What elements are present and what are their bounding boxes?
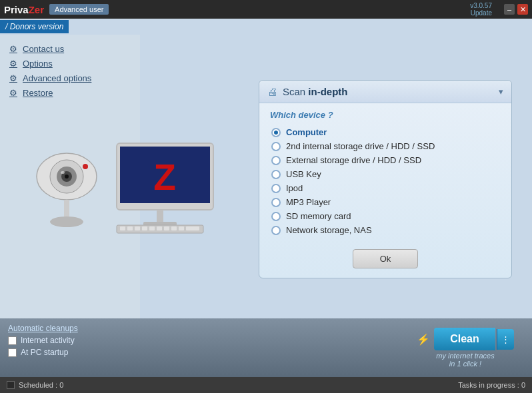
status-scheduled-label: Scheduled : 0 xyxy=(19,381,63,389)
donors-bar: / Donors version xyxy=(0,20,69,33)
sidebar-item-advanced-options[interactable]: ⚙ Advanced options xyxy=(5,71,140,85)
bottom-panel: Automatic cleanups Internet activity At … xyxy=(0,318,532,377)
svg-text:Z: Z xyxy=(153,157,176,198)
device-radio-mp3[interactable] xyxy=(271,198,281,207)
device-label-nas: Network storage, NAS xyxy=(286,225,372,235)
chevron-down-icon[interactable]: ▾ xyxy=(499,87,503,97)
device-external[interactable]: External storage drive / HDD / SSD xyxy=(270,153,501,167)
svg-rect-21 xyxy=(164,226,169,230)
svg-point-8 xyxy=(83,164,88,169)
svg-point-4 xyxy=(65,175,69,179)
device-label-usb: USB Key xyxy=(286,169,321,179)
svg-point-5 xyxy=(61,171,65,174)
sidebar-item-options[interactable]: ⚙ Options xyxy=(5,56,140,71)
checkbox-internet-box[interactable] xyxy=(8,336,17,345)
device-radio-external[interactable] xyxy=(271,156,281,165)
sidebar-label-options: Options xyxy=(23,59,53,69)
status-left: Scheduled : 0 xyxy=(7,381,63,389)
clean-more-button[interactable]: ⋮ xyxy=(497,329,514,350)
clean-button-row: ⚡ Clean ⋮ xyxy=(417,328,514,350)
svg-rect-24 xyxy=(186,226,199,230)
device-2nd-hdd[interactable]: 2nd internal storage drive / HDD / SSD xyxy=(270,139,501,153)
minimize-button[interactable]: – xyxy=(504,4,515,15)
checkbox-internet[interactable]: Internet activity xyxy=(8,336,391,345)
checkbox-internet-label: Internet activity xyxy=(21,336,75,345)
svg-rect-22 xyxy=(171,226,177,230)
device-label-sd: SD memory card xyxy=(286,211,351,221)
status-tasks-label: Tasks in progress : 0 xyxy=(458,381,525,389)
device-nas[interactable]: Network storage, NAS xyxy=(270,223,501,237)
status-bar: Scheduled : 0 Tasks in progress : 0 xyxy=(0,377,532,393)
title-bar: PrivaZer Advanced user v3.0.57 Update – … xyxy=(0,0,532,19)
svg-rect-12 xyxy=(157,210,163,223)
restore-icon: ⚙ xyxy=(8,87,19,98)
app-logo: PrivaZer xyxy=(4,4,44,15)
device-mp3[interactable]: MP3 Player xyxy=(270,195,501,209)
device-radio-usb[interactable] xyxy=(271,170,281,179)
device-radio-nas[interactable] xyxy=(271,226,281,235)
device-radio-2nd-hdd[interactable] xyxy=(271,142,281,151)
user-badge: Advanced user xyxy=(49,4,109,15)
device-label-external: External storage drive / HDD / SSD xyxy=(286,155,421,165)
sidebar-label-advanced: Advanced options xyxy=(23,73,91,83)
svg-rect-18 xyxy=(142,226,147,230)
advanced-options-icon: ⚙ xyxy=(8,73,19,83)
svg-point-7 xyxy=(50,216,83,227)
device-label-mp3: MP3 Player xyxy=(286,197,331,207)
svg-rect-16 xyxy=(127,226,133,230)
which-device-label: Which device ? xyxy=(270,110,501,120)
bottom-right: ⚡ Clean ⋮ my internet traces in 1 click … xyxy=(399,318,532,377)
device-label-ipod: Ipod xyxy=(286,183,303,193)
printer-icon: 🖨 xyxy=(267,86,277,97)
svg-rect-23 xyxy=(179,226,184,230)
sidebar-label-contact: Contact us xyxy=(23,44,64,54)
options-icon: ⚙ xyxy=(8,58,19,69)
svg-rect-17 xyxy=(135,226,140,230)
clean-sub-line2: in 1 click ! xyxy=(436,360,494,368)
device-illustration: Z xyxy=(7,103,220,236)
checkbox-startup[interactable]: At PC startup xyxy=(8,348,391,357)
device-label-2nd-hdd: 2nd internal storage drive / HDD / SSD xyxy=(286,141,435,151)
device-radio-ipod[interactable] xyxy=(271,184,281,193)
device-sd[interactable]: SD memory card xyxy=(270,209,501,223)
sidebar-label-restore: Restore xyxy=(23,88,53,98)
scan-panel: 🖨 Scan in-depth ▾ Which device ? Compute… xyxy=(259,73,519,278)
checkbox-startup-label: At PC startup xyxy=(21,348,68,357)
scan-header[interactable]: 🖨 Scan in-depth ▾ xyxy=(259,81,511,103)
scan-title: 🖨 Scan in-depth xyxy=(267,86,348,97)
ok-button[interactable]: Ok xyxy=(353,249,419,268)
device-radio-sd[interactable] xyxy=(271,212,281,221)
svg-rect-19 xyxy=(149,226,155,230)
device-list: Which device ? Computer 2nd internal sto… xyxy=(259,103,511,278)
device-radio-computer[interactable] xyxy=(271,128,281,137)
clean-subtitle: my internet traces in 1 click ! xyxy=(436,352,494,368)
checkbox-startup-box[interactable] xyxy=(8,348,17,357)
lightning-icon: ⚡ xyxy=(417,333,430,346)
svg-rect-20 xyxy=(157,226,162,230)
device-computer[interactable]: Computer xyxy=(270,125,501,139)
device-label-computer: Computer xyxy=(286,127,327,137)
device-ipod[interactable]: Ipod xyxy=(270,181,501,195)
clean-sub-line1: my internet traces xyxy=(436,352,494,360)
contact-icon: ⚙ xyxy=(8,43,19,54)
illustration-area: Z xyxy=(7,103,233,243)
svg-rect-15 xyxy=(120,226,125,230)
device-usb[interactable]: USB Key xyxy=(270,167,501,181)
sidebar-item-restore[interactable]: ⚙ Restore xyxy=(5,85,140,100)
version-info: v3.0.57 Update xyxy=(470,2,492,17)
status-scheduled-checkbox[interactable] xyxy=(7,381,15,389)
bottom-left: Automatic cleanups Internet activity At … xyxy=(0,318,399,377)
close-button[interactable]: ✕ xyxy=(517,4,528,15)
scan-dropdown: 🖨 Scan in-depth ▾ Which device ? Compute… xyxy=(259,80,512,278)
auto-cleanups-link[interactable]: Automatic cleanups xyxy=(8,324,391,333)
sidebar-item-contact-us[interactable]: ⚙ Contact us xyxy=(5,41,140,56)
clean-button[interactable]: Clean xyxy=(434,328,495,350)
